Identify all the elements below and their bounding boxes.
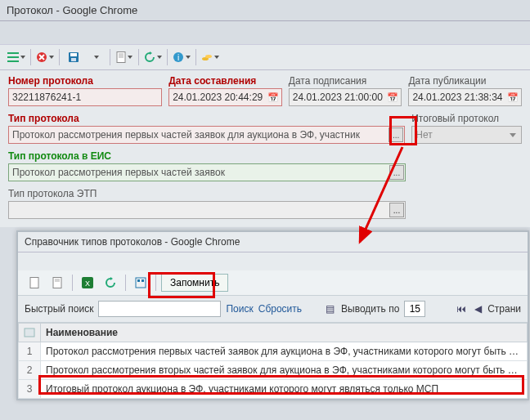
svg-rect-5 <box>70 53 77 56</box>
label-date-signed: Дата подписания <box>289 75 402 87</box>
settings-icon[interactable] <box>131 274 150 292</box>
window-title: Протокол - Google Chrome <box>0 0 530 21</box>
edit-icon[interactable] <box>47 274 67 292</box>
first-page-icon[interactable]: ⏮ <box>455 302 468 315</box>
type-picker-button[interactable]: ... <box>389 127 403 142</box>
table-row[interactable]: 3Итоговый протокол аукциона в ЭФ, участн… <box>19 380 528 399</box>
reset-link[interactable]: Сбросить <box>258 303 302 315</box>
row-number: 1 <box>19 342 41 361</box>
svg-rect-13 <box>30 278 38 288</box>
annotation-arrow <box>352 144 417 250</box>
info-icon[interactable]: i <box>172 48 191 66</box>
new-doc-icon[interactable] <box>25 274 44 292</box>
svg-rect-0 <box>7 52 19 54</box>
menu-icon[interactable] <box>7 48 26 66</box>
separator <box>110 49 110 65</box>
calendar-icon[interactable]: 📅 <box>385 90 400 105</box>
save-dropdown-icon[interactable] <box>86 48 106 66</box>
results-table: Наименование 1Протокол рассмотрения перв… <box>18 323 528 399</box>
separator <box>138 49 139 65</box>
svg-rect-18 <box>137 279 140 282</box>
svg-rect-20 <box>25 328 34 337</box>
separator <box>72 275 73 291</box>
svg-line-12 <box>360 147 402 242</box>
label-type: Тип протокола <box>8 113 405 124</box>
row-number: 2 <box>19 361 41 380</box>
label-date-published: Дата публикации <box>408 75 522 87</box>
final-dropdown[interactable]: Нет <box>411 126 522 144</box>
separator <box>195 49 196 65</box>
search-input[interactable] <box>98 301 221 317</box>
calendar-icon[interactable]: 📅 <box>266 90 281 105</box>
svg-rect-17 <box>136 278 146 288</box>
svg-rect-1 <box>7 56 19 58</box>
input-date-signed[interactable]: 24.01.2023 21:00:00📅 <box>289 88 402 106</box>
label-final: Итоговый протокол <box>411 113 522 124</box>
svg-rect-6 <box>71 58 76 61</box>
svg-text:X: X <box>85 279 90 288</box>
label-number: Номер протокола <box>8 75 162 87</box>
col-name[interactable]: Наименование <box>41 324 528 342</box>
reload-icon[interactable] <box>101 274 120 292</box>
form-area: Номер протокола 32211876241-1 Дата соста… <box>0 70 530 227</box>
input-number[interactable]: 32211876241-1 <box>8 88 162 106</box>
row-name: Протокол рассмотрения первых частей заяв… <box>41 342 528 361</box>
page-size-input[interactable] <box>404 301 425 317</box>
row-name: Протокол рассмотрения вторых частей заяв… <box>41 361 528 380</box>
label-type-eis: Тип протокола в ЕИС <box>8 150 406 162</box>
excel-icon[interactable]: X <box>78 274 97 292</box>
label-date-created: Дата составления <box>168 75 282 87</box>
doc-icon[interactable] <box>115 48 134 66</box>
close-icon[interactable] <box>35 48 55 66</box>
refresh-icon[interactable] <box>143 48 163 66</box>
input-type-eis[interactable]: Протокол рассмотрения первых частей заяв… <box>8 163 406 181</box>
separator <box>167 49 168 65</box>
svg-text:i: i <box>177 53 179 62</box>
row-number: 3 <box>19 380 41 399</box>
svg-rect-14 <box>53 278 61 288</box>
row-name: Итоговый протокол аукциона в ЭФ, участни… <box>41 380 528 399</box>
table-row[interactable]: 1Протокол рассмотрения первых частей зая… <box>19 342 528 361</box>
input-date-published[interactable]: 24.01.2023 21:38:34📅 <box>408 88 522 106</box>
label-type-etp: Тип протокола ЭТП <box>8 188 406 199</box>
search-row: Быстрый поиск Поиск Сбросить ▤ Выводить … <box>18 296 528 323</box>
svg-point-11 <box>205 55 212 58</box>
input-date-created[interactable]: 24.01.2023 20:44:29📅 <box>168 88 282 106</box>
col-select <box>19 324 41 342</box>
columns-icon[interactable]: ▤ <box>323 302 336 315</box>
remember-button[interactable]: Запомнить <box>161 274 228 292</box>
separator <box>30 49 31 65</box>
save-icon[interactable] <box>64 48 83 66</box>
svg-rect-2 <box>7 60 19 62</box>
show-by-label: Выводить по <box>341 303 399 315</box>
coins-icon[interactable] <box>200 48 220 66</box>
main-toolbar: i <box>0 44 530 70</box>
search-link[interactable]: Поиск <box>226 303 253 315</box>
input-type-etp[interactable]: ... <box>8 201 406 219</box>
dialog-toolbar: X Запомнить <box>18 270 528 296</box>
svg-rect-19 <box>141 279 144 282</box>
calendar-icon[interactable]: 📅 <box>505 90 520 105</box>
separator <box>155 275 156 291</box>
quick-search-label: Быстрый поиск <box>25 303 93 315</box>
prev-page-icon[interactable]: ◀ <box>471 302 484 315</box>
separator <box>59 49 60 65</box>
dialog-title: Справочник типов протоколов - Google Chr… <box>18 232 528 252</box>
separator <box>125 275 126 291</box>
table-row[interactable]: 2Протокол рассмотрения вторых частей зая… <box>19 361 528 380</box>
page-label: Страни <box>487 303 521 315</box>
input-type[interactable]: Протокол рассмотрения первых частей заяв… <box>8 126 405 144</box>
picker-dialog: Справочник типов протоколов - Google Chr… <box>16 230 529 400</box>
